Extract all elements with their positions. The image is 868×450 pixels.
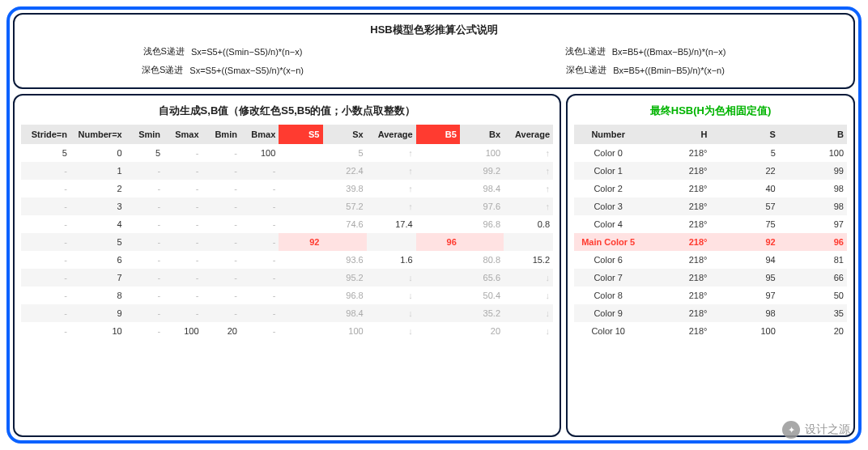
sb-cell: - bbox=[126, 251, 164, 269]
sb-row: -1----22.4↑99.2↑ bbox=[21, 162, 553, 180]
sb-cell bbox=[504, 233, 553, 251]
sb-header-Bx: Bx bbox=[460, 125, 504, 144]
hsb-cell: 218° bbox=[642, 162, 710, 180]
hsb-cell: 98 bbox=[779, 180, 847, 197]
hsb-cell: 40 bbox=[711, 180, 779, 197]
hsb-cell: 57 bbox=[711, 197, 779, 215]
sb-cell: 5 bbox=[126, 144, 164, 162]
hsb-row: Color 0218°5100 bbox=[574, 144, 847, 162]
sb-cell: - bbox=[164, 304, 202, 322]
sb-cell: ↑ bbox=[367, 162, 416, 180]
sb-cell bbox=[279, 287, 322, 304]
sb-cell: ↓ bbox=[504, 287, 553, 304]
formula-row: 深色S递进 Sx=S5+((Smax−S5)/n)*(x−n) bbox=[28, 64, 418, 76]
sb-row: -3----57.2↑97.6↑ bbox=[21, 197, 553, 215]
sb-cell: 93.6 bbox=[323, 251, 367, 269]
hsb-cell: 218° bbox=[642, 287, 710, 304]
sb-cell bbox=[279, 304, 322, 322]
sb-cell bbox=[416, 215, 460, 233]
sb-cell: - bbox=[164, 144, 202, 162]
sb-cell: - bbox=[21, 287, 70, 304]
sb-cell: - bbox=[21, 180, 70, 197]
sb-cell bbox=[416, 180, 460, 197]
sb-cell: - bbox=[240, 162, 279, 180]
sb-cell: 50.4 bbox=[460, 287, 504, 304]
sb-cell: - bbox=[21, 304, 70, 322]
sb-cell: - bbox=[164, 197, 202, 215]
sb-cell: - bbox=[240, 251, 279, 269]
sb-cell bbox=[416, 269, 460, 287]
sb-cell: - bbox=[21, 322, 70, 340]
hsb-cell: 96 bbox=[779, 233, 847, 251]
sb-cell bbox=[323, 233, 367, 251]
hsb-cell: 20 bbox=[779, 322, 847, 340]
sb-cell: - bbox=[21, 251, 70, 269]
sb-cell: - bbox=[21, 162, 70, 180]
sb-header-B5: B5 bbox=[416, 125, 460, 144]
hsb-cell: 98 bbox=[711, 304, 779, 322]
sb-cell: 74.6 bbox=[323, 215, 367, 233]
sb-cell: 95.2 bbox=[323, 269, 367, 287]
sb-cell: - bbox=[164, 233, 202, 251]
hsb-header-H: H bbox=[642, 125, 710, 144]
sb-row: -8----96.8↓50.4↓ bbox=[21, 287, 553, 304]
sb-cell bbox=[416, 287, 460, 304]
sb-cell: ↑ bbox=[504, 197, 553, 215]
sb-cell: - bbox=[126, 162, 164, 180]
sb-cell: ↓ bbox=[504, 269, 553, 287]
sb-cell bbox=[416, 251, 460, 269]
sb-cell: - bbox=[240, 269, 279, 287]
watermark: ✦ 设计之源 bbox=[782, 421, 850, 439]
sb-generation-panel: 自动生成S,B值（修改红色S5,B5的值；小数点取整数） Stride=nNum… bbox=[13, 94, 561, 437]
hsb-cell: 218° bbox=[642, 269, 710, 287]
formula-grid: 浅色S递进 Sx=S5+((Smin−S5)/n)*(n−x) 浅色L递进 Bx… bbox=[28, 45, 840, 76]
sb-cell: 15.2 bbox=[504, 251, 553, 269]
sb-cell: - bbox=[126, 304, 164, 322]
sb-cell: - bbox=[202, 197, 240, 215]
sb-row: -9----98.4↓35.2↓ bbox=[21, 304, 553, 322]
formula-row: 深色L递进 Bx=B5+((Bmin−B5)/n)*(x−n) bbox=[450, 64, 840, 76]
formula-label: 深色S递进 bbox=[142, 64, 183, 76]
sb-cell: - bbox=[126, 269, 164, 287]
sb-header-Number=x: Number=x bbox=[70, 125, 126, 144]
hsb-row: Color 2218°4098 bbox=[574, 180, 847, 197]
sb-cell: 9 bbox=[70, 304, 126, 322]
sb-cell: 97.6 bbox=[460, 197, 504, 215]
hsb-row: Main Color 5218°9296 bbox=[574, 233, 847, 251]
sb-cell: ↑ bbox=[504, 144, 553, 162]
sb-cell: 20 bbox=[202, 322, 240, 340]
sb-row: -10-10020-100↓20↓ bbox=[21, 322, 553, 340]
hsb-cell: 100 bbox=[711, 322, 779, 340]
sb-cell: 57.2 bbox=[323, 197, 367, 215]
sb-cell: - bbox=[126, 287, 164, 304]
hsb-cell: 218° bbox=[642, 233, 710, 251]
sb-cell: 35.2 bbox=[460, 304, 504, 322]
sb-cell: 17.4 bbox=[367, 215, 416, 233]
sb-cell: - bbox=[164, 180, 202, 197]
sb-cell: 3 bbox=[70, 197, 126, 215]
formula-row: 浅色S递进 Sx=S5+((Smin−S5)/n)*(n−x) bbox=[28, 45, 418, 57]
hsb-cell: 218° bbox=[642, 322, 710, 340]
sb-cell: ↓ bbox=[367, 269, 416, 287]
sb-header-Sx: Sx bbox=[323, 125, 367, 144]
hsb-cell: 81 bbox=[779, 251, 847, 269]
formula-text: Bx=B5+((Bmin−B5)/n)*(x−n) bbox=[613, 66, 725, 75]
sb-cell: - bbox=[202, 144, 240, 162]
hsb-cell: 97 bbox=[711, 287, 779, 304]
hsb-cell: Color 7 bbox=[574, 269, 642, 287]
sb-cell: 22.4 bbox=[323, 162, 367, 180]
sb-cell bbox=[279, 197, 322, 215]
formula-label: 深色L递进 bbox=[566, 64, 606, 76]
sb-cell: - bbox=[202, 180, 240, 197]
hsb-cell: Color 9 bbox=[574, 304, 642, 322]
formula-text: Sx=S5+((Smax−S5)/n)*(x−n) bbox=[189, 66, 304, 75]
sb-cell: 100 bbox=[240, 144, 279, 162]
sb-header-Bmax: Bmax bbox=[240, 125, 279, 144]
watermark-text: 设计之源 bbox=[805, 422, 850, 437]
sb-cell: 96 bbox=[416, 233, 460, 251]
sb-row: -7----95.2↓65.6↓ bbox=[21, 269, 553, 287]
hsb-cell: 50 bbox=[779, 287, 847, 304]
formula-label: 浅色S递进 bbox=[143, 45, 185, 57]
hsb-cell: Color 8 bbox=[574, 287, 642, 304]
sb-cell: 98.4 bbox=[460, 180, 504, 197]
